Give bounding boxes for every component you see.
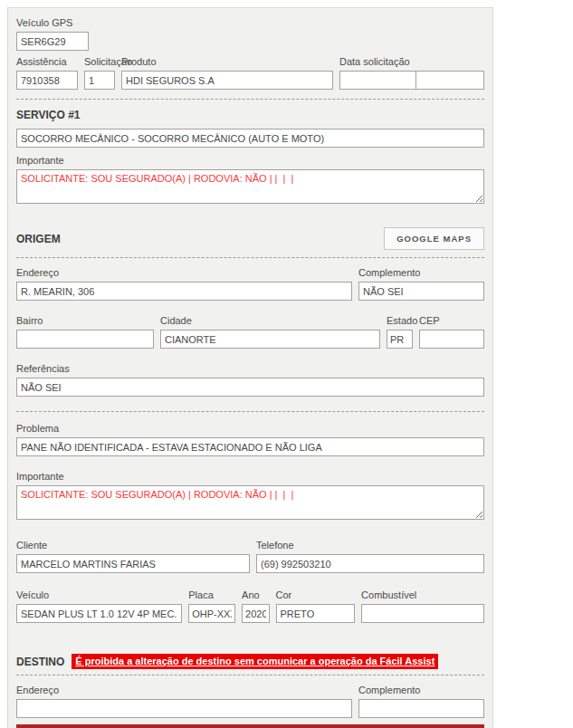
origin-address-label: Endereço	[16, 267, 352, 279]
destination-section-title: DESTINO	[16, 656, 64, 668]
product-input[interactable]	[121, 71, 333, 90]
phone-label: Telefone	[256, 540, 484, 551]
origin-zip-label: CEP	[419, 315, 484, 327]
destination-address-input[interactable]	[16, 699, 352, 718]
assistance-field: Assistência	[16, 56, 78, 90]
fuel-label: Combustível	[361, 589, 484, 601]
vehicle-input[interactable]	[16, 604, 182, 623]
google-maps-button[interactable]: GOOGLE MAPS	[384, 227, 484, 250]
origin-address-field: Endereço	[16, 267, 352, 301]
origin-section-title: ORIGEM	[16, 233, 61, 245]
origin-district-input[interactable]	[16, 330, 154, 349]
origin-zip-field: CEP	[419, 315, 484, 349]
service-type-input[interactable]	[16, 129, 484, 148]
divider	[16, 675, 484, 675]
origin-district-label: Bairro	[16, 315, 154, 327]
vehicle-field: Veículo	[16, 589, 182, 623]
request-time-input[interactable]	[415, 71, 484, 90]
request-date-input[interactable]	[339, 71, 416, 90]
product-label: Produto	[121, 56, 333, 68]
service-section-title: SERVIÇO #1	[16, 109, 484, 121]
plate-input[interactable]	[188, 604, 235, 623]
fuel-input[interactable]	[361, 604, 484, 623]
color-input[interactable]	[276, 604, 356, 623]
assistance-label: Assistência	[16, 56, 78, 68]
origin-city-row: Bairro Cidade Estado CEP	[16, 315, 484, 349]
service-important-textarea[interactable]: SOLICITANTE: SOU SEGURADO(A) | RODOVIA: …	[16, 169, 484, 204]
plate-label: Placa	[188, 589, 235, 601]
destination-warning-badge: É proibida a alteração de destino sem co…	[72, 654, 438, 669]
color-field: Cor	[276, 589, 356, 623]
vehicle-row: Veículo Placa Ano Cor Combustível	[16, 589, 484, 623]
origin-city-input[interactable]	[160, 330, 380, 349]
origin-address-row: Endereço Complemento	[16, 267, 484, 301]
assistance-input[interactable]	[16, 71, 78, 90]
origin-district-field: Bairro	[16, 315, 154, 349]
destination-complement-input[interactable]	[358, 699, 484, 718]
destination-address-row: Endereço Complemento	[16, 685, 484, 718]
origin-complement-field: Complemento	[358, 267, 484, 301]
origin-references-input[interactable]	[16, 378, 484, 397]
solicitation-label: Solicitação	[84, 56, 115, 68]
year-label: Ano	[242, 589, 269, 601]
origin-state-label: Estado	[387, 315, 413, 327]
service-important-label: Importante	[16, 155, 484, 167]
vehicle-label: Veículo	[16, 589, 182, 601]
assistance-form-panel: Veículo GPS Assistência Solicitação Prod…	[7, 7, 493, 728]
phone-field: Telefone	[256, 540, 484, 573]
origin-zip-input[interactable]	[419, 330, 484, 349]
client-input[interactable]	[16, 554, 250, 573]
destination-complement-label: Complemento	[358, 685, 484, 696]
destination-complement-field: Complemento	[358, 685, 484, 718]
vehicle-gps-label: Veículo GPS	[16, 17, 89, 29]
origin-references-label: Referências	[16, 363, 484, 375]
client-row: Cliente Telefone	[16, 540, 484, 573]
client-label: Cliente	[16, 540, 250, 551]
request-date-field: Data solicitação	[339, 56, 484, 90]
phone-input[interactable]	[256, 554, 484, 573]
solicitation-input[interactable]	[84, 71, 115, 90]
destination-section-header: DESTINO É proibida a alteração de destin…	[16, 654, 484, 669]
origin-state-field: Estado	[387, 315, 413, 349]
client-field: Cliente	[16, 540, 250, 573]
red-section-divider	[16, 724, 484, 728]
product-field: Produto	[121, 56, 333, 90]
solicitation-field: Solicitação	[84, 56, 115, 90]
color-label: Cor	[276, 589, 356, 601]
origin-important-textarea[interactable]: SOLICITANTE: SOU SEGURADO(A) | RODOVIA: …	[16, 485, 484, 520]
destination-address-field: Endereço	[16, 685, 352, 718]
origin-complement-input[interactable]	[358, 282, 484, 301]
vehicle-gps-field: Veículo GPS	[16, 17, 89, 51]
fuel-field: Combustível	[361, 589, 484, 623]
vehicle-gps-input[interactable]	[16, 32, 89, 51]
year-field: Ano	[242, 589, 269, 623]
year-input[interactable]	[242, 604, 269, 623]
origin-city-label: Cidade	[160, 315, 380, 327]
origin-section-header: ORIGEM GOOGLE MAPS	[16, 227, 484, 250]
origin-state-input[interactable]	[387, 330, 413, 349]
plate-field: Placa	[188, 589, 235, 623]
origin-city-field: Cidade	[160, 315, 380, 349]
divider	[16, 257, 484, 258]
divider	[16, 411, 484, 412]
problem-input[interactable]	[16, 437, 484, 456]
request-date-label: Data solicitação	[339, 56, 484, 68]
assistance-row: Assistência Solicitação Produto Data sol…	[16, 56, 484, 90]
origin-address-input[interactable]	[16, 282, 352, 301]
divider	[16, 99, 484, 100]
problem-label: Problema	[16, 423, 484, 435]
origin-complement-label: Complemento	[358, 267, 484, 279]
origin-important-label: Importante	[16, 471, 484, 483]
destination-address-label: Endereço	[16, 685, 352, 696]
